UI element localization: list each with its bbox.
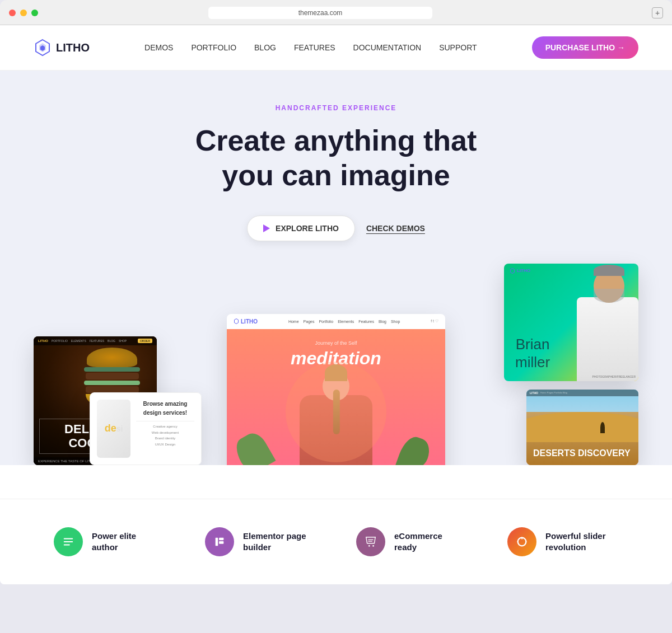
brian-person: PHOTOGRAPHER/FREELANCER [566,269,638,381]
hero-title-line2: you can imagine [222,159,450,191]
nav-demos[interactable]: DEMOS [144,43,173,52]
nav-support[interactable]: SUPPORT [439,43,477,52]
purchase-label: PURCHASE LITHO → [545,43,625,52]
logo-text: LITHO [56,41,90,54]
agency-title: Browse amazing design services! [136,400,194,418]
close-dot[interactable] [9,10,16,16]
demo-deserts-card[interactable]: LITHO Home Pages Portfolio Blog DESERTS … [526,390,638,465]
social-icons: f t ♡ [431,319,438,323]
elementor-icon [205,527,234,556]
logo-icon [34,39,52,57]
meditation-subtitle: Journey of the Self [315,340,357,346]
nav-blog[interactable]: BLOG [254,43,276,52]
minimize-dot[interactable] [20,10,27,16]
feature-slider: Powerful slider revolution [507,527,618,556]
svg-point-12 [372,545,374,547]
litho-logo-small: LITHO [234,318,258,325]
feature-power-elite: Power elite author [54,527,165,556]
leaf-right [400,437,434,465]
meditation-nav: HomePagesPortfolioElementsFeaturesBlogSh… [288,320,400,323]
check-demos-button[interactable]: CHECK DEMOS [366,224,425,233]
meditation-body: Journey of the Self meditation [227,329,445,465]
explore-button[interactable]: EXPLORE LITHO [247,215,355,241]
new-tab-button[interactable]: + [652,7,663,18]
demo-meditation-card[interactable]: LITHO HomePagesPortfolioElementsFeatures… [227,314,445,465]
nav-features[interactable]: FEATURES [294,43,335,52]
nav-links: DEMOS PORTFOLIO BLOG FEATURES DOCUMENTAT… [144,43,477,53]
features-bar: Power elite author Elementor page builde… [0,499,672,584]
hero-title: Create anything that you can imagine [11,123,661,193]
address-bar[interactable]: themezaa.com [208,7,432,19]
demo-brian-card[interactable]: LITHO Brian miller [504,264,638,381]
browser-chrome: themezaa.com + [0,0,672,25]
slider-icon [507,527,536,556]
hero-buttons: EXPLORE LITHO CHECK DEMOS [11,215,661,241]
explore-label: EXPLORE LITHO [276,224,339,233]
brian-litho-logo: LITHO [510,268,530,274]
svg-point-11 [368,545,370,547]
agency-logo: desi [97,400,130,458]
svg-marker-3 [235,319,239,324]
slider-label: Powerful slider revolution [545,531,618,552]
elementor-label: Elementor page builder [243,531,316,552]
maximize-dot[interactable] [31,10,38,16]
hero-title-line1: Create anything that [195,124,477,157]
play-icon [263,224,270,232]
nav-portfolio[interactable]: PORTFOLIO [191,43,236,52]
hero-section: HANDCRAFTED EXPERIENCE Create anything t… [0,71,672,465]
brian-first-name: Brian [516,336,550,353]
ecommerce-label: eCommerce ready [394,531,467,552]
svg-marker-4 [511,268,515,273]
leaf-left [238,434,272,465]
website-container: LITHO DEMOS PORTFOLIO BLOG FEATURES DOCU… [0,25,672,584]
nav-documentation[interactable]: DOCUMENTATION [353,43,422,52]
feature-elementor: Elementor page builder [205,527,316,556]
logo[interactable]: LITHO [34,39,90,57]
demos-container: LITHO PORTFOLIO ELEMENTS FEATURES BLOG S… [34,264,638,465]
woo-icon [356,527,385,556]
hero-subtitle: HANDCRAFTED EXPERIENCE [11,104,661,112]
power-elite-label: Power elite author [92,531,165,552]
svg-rect-7 [64,544,70,545]
svg-rect-6 [64,541,73,542]
feature-ecommerce: eCommerce ready [356,527,467,556]
power-elite-icon [54,527,83,556]
brian-last-name: miller [515,354,550,371]
demo-agency-card[interactable]: desi Browse amazing design services! Cre… [90,392,202,465]
svg-rect-10 [219,541,223,544]
purchase-button[interactable]: PURCHASE LITHO → [532,36,638,59]
navbar: LITHO DEMOS PORTFOLIO BLOG FEATURES DOCU… [0,25,672,71]
deserts-title: DESERTS DISCOVERY [533,448,631,458]
svg-rect-5 [64,538,73,539]
svg-rect-8 [216,537,218,546]
svg-rect-9 [219,537,223,540]
